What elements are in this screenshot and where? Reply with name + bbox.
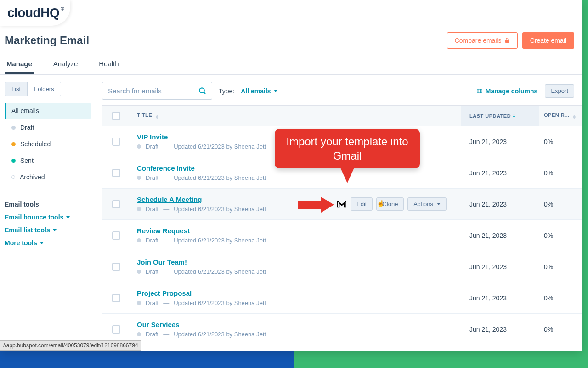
open-rate-cell: 0% bbox=[539, 294, 582, 302]
edit-button[interactable]: Edit bbox=[351, 197, 373, 211]
open-rate-cell: 0% bbox=[539, 232, 582, 239]
filter-list: All emailsDraftScheduledSentArchived bbox=[5, 103, 91, 185]
tool-link[interactable]: More tools bbox=[5, 239, 91, 247]
manage-columns-link[interactable]: Manage columns bbox=[476, 87, 538, 95]
search-box bbox=[102, 82, 212, 100]
select-all-checkbox[interactable] bbox=[112, 112, 120, 120]
tab-health[interactable]: Health bbox=[97, 55, 120, 74]
email-title-link[interactable]: Schedule A Meeting bbox=[137, 196, 202, 203]
annotation-arrow bbox=[298, 201, 321, 209]
status-dot bbox=[11, 126, 16, 130]
updated-by-label: Updated 6/21/2023 by Sheena Jett bbox=[174, 206, 266, 213]
email-title-link[interactable]: Conference Invite bbox=[137, 164, 195, 172]
view-list[interactable]: List bbox=[5, 82, 27, 96]
updated-by-label: Updated 6/21/2023 by Sheena Jett bbox=[174, 331, 266, 338]
view-toggle: ListFolders bbox=[5, 82, 61, 96]
search-input[interactable] bbox=[102, 82, 212, 100]
row-checkbox[interactable] bbox=[112, 231, 120, 240]
status-dot bbox=[137, 270, 141, 274]
status-dot bbox=[11, 175, 15, 179]
updated-by-label: Updated 6/21/2023 by Sheena Jett bbox=[174, 299, 266, 306]
row-checkbox[interactable] bbox=[112, 169, 120, 177]
svg-point-0 bbox=[199, 88, 204, 93]
svg-line-1 bbox=[204, 92, 205, 94]
email-title-link[interactable]: Our Services bbox=[137, 321, 180, 328]
status-bar: //app.hubspot.com/email/40053079/edit/12… bbox=[0, 340, 141, 351]
tools-heading: Email tools bbox=[5, 201, 91, 208]
email-title-link[interactable]: Project Proposal bbox=[137, 289, 192, 297]
table-row: Schedule A MeetingDraft—Updated 6/21/202… bbox=[102, 189, 582, 220]
status-dot bbox=[137, 238, 141, 242]
table-row: Project ProposalDraft—Updated 6/21/2023 … bbox=[102, 282, 582, 314]
status-label: Draft bbox=[146, 174, 158, 181]
view-folders[interactable]: Folders bbox=[27, 82, 60, 96]
updated-by-label: Updated 6/21/2023 by Sheena Jett bbox=[174, 237, 266, 244]
open-rate-cell: 0% bbox=[539, 201, 582, 208]
open-rate-cell: 0% bbox=[539, 169, 582, 177]
status-label: Draft bbox=[146, 143, 158, 150]
cursor-icon: ☝ bbox=[377, 200, 384, 207]
status-dot bbox=[137, 207, 141, 211]
email-title-link[interactable]: Review Request bbox=[137, 227, 190, 235]
status-label: Draft bbox=[146, 331, 158, 338]
row-checkbox[interactable] bbox=[112, 138, 120, 146]
chevron-down-icon bbox=[53, 229, 57, 231]
table-row: Join Our Team!Draft—Updated 6/21/2023 by… bbox=[102, 251, 582, 282]
tab-manage[interactable]: Manage bbox=[5, 55, 34, 74]
chevron-down-icon bbox=[40, 242, 44, 244]
column-last-updated[interactable]: LAST UPDATED bbox=[461, 106, 539, 126]
filter-all-emails[interactable]: All emails bbox=[5, 103, 91, 119]
compare-emails-button[interactable]: Compare emails bbox=[447, 32, 518, 49]
table-header: TITLE LAST UPDATED OPEN R... bbox=[102, 106, 582, 126]
status-label: Draft bbox=[146, 268, 158, 275]
status-dot bbox=[137, 144, 141, 149]
chevron-down-icon bbox=[437, 203, 441, 205]
status-label: Draft bbox=[146, 237, 158, 244]
updated-by-label: Updated 6/21/2023 by Sheena Jett bbox=[174, 268, 266, 275]
tab-analyze[interactable]: Analyze bbox=[51, 55, 79, 74]
columns-icon bbox=[476, 88, 483, 94]
table-row: Our ServicesDraft—Updated 6/21/2023 by S… bbox=[102, 314, 582, 345]
last-updated-cell: Jun 21, 2023 bbox=[461, 294, 539, 302]
last-updated-cell: Jun 21, 2023 bbox=[461, 201, 539, 208]
svg-rect-2 bbox=[477, 89, 482, 92]
email-title-link[interactable]: VIP Invite bbox=[137, 133, 168, 141]
page-title: Marketing Email bbox=[5, 34, 89, 47]
status-dot bbox=[137, 176, 141, 180]
filter-sent[interactable]: Sent bbox=[5, 152, 91, 169]
type-filter[interactable]: All emails bbox=[241, 87, 277, 95]
status-label: Draft bbox=[146, 206, 158, 213]
status-dot bbox=[137, 301, 141, 305]
lock-icon bbox=[504, 38, 510, 43]
tool-link[interactable]: Email bounce tools bbox=[5, 213, 91, 221]
column-title[interactable]: TITLE bbox=[130, 112, 461, 119]
email-title-link[interactable]: Join Our Team! bbox=[137, 258, 187, 266]
search-icon[interactable] bbox=[198, 87, 207, 95]
tabs: ManageAnalyzeHealth bbox=[0, 49, 582, 75]
open-rate-cell: 0% bbox=[539, 138, 582, 145]
status-dot bbox=[11, 159, 16, 163]
row-checkbox[interactable] bbox=[112, 263, 120, 271]
table-row: Review RequestDraft—Updated 6/21/2023 by… bbox=[102, 220, 582, 251]
logo: cloudHQ® bbox=[0, 0, 70, 26]
updated-by-label: Updated 6/21/2023 by Sheena Jett bbox=[174, 174, 266, 181]
filter-draft[interactable]: Draft bbox=[5, 119, 91, 136]
gmail-icon[interactable] bbox=[337, 200, 347, 208]
last-updated-cell: Jun 21, 2023 bbox=[461, 232, 539, 239]
filter-scheduled[interactable]: Scheduled bbox=[5, 136, 91, 152]
chevron-down-icon bbox=[274, 90, 277, 92]
column-open-rate[interactable]: OPEN R... bbox=[539, 112, 582, 119]
row-checkbox[interactable] bbox=[112, 294, 120, 302]
filter-archived[interactable]: Archived bbox=[5, 169, 91, 185]
actions-button[interactable]: Actions bbox=[407, 197, 447, 211]
open-rate-cell: 0% bbox=[539, 326, 582, 333]
row-checkbox[interactable] bbox=[112, 200, 120, 208]
open-rate-cell: 0% bbox=[539, 263, 582, 270]
last-updated-cell: Jun 21, 2023 bbox=[461, 263, 539, 270]
export-button[interactable]: Export bbox=[545, 84, 574, 98]
chevron-down-icon bbox=[66, 216, 70, 218]
last-updated-cell: Jun 21, 2023 bbox=[461, 326, 539, 333]
tool-link[interactable]: Email list tools bbox=[5, 226, 91, 234]
create-email-button[interactable]: Create email bbox=[522, 32, 574, 49]
row-checkbox[interactable] bbox=[112, 325, 120, 334]
